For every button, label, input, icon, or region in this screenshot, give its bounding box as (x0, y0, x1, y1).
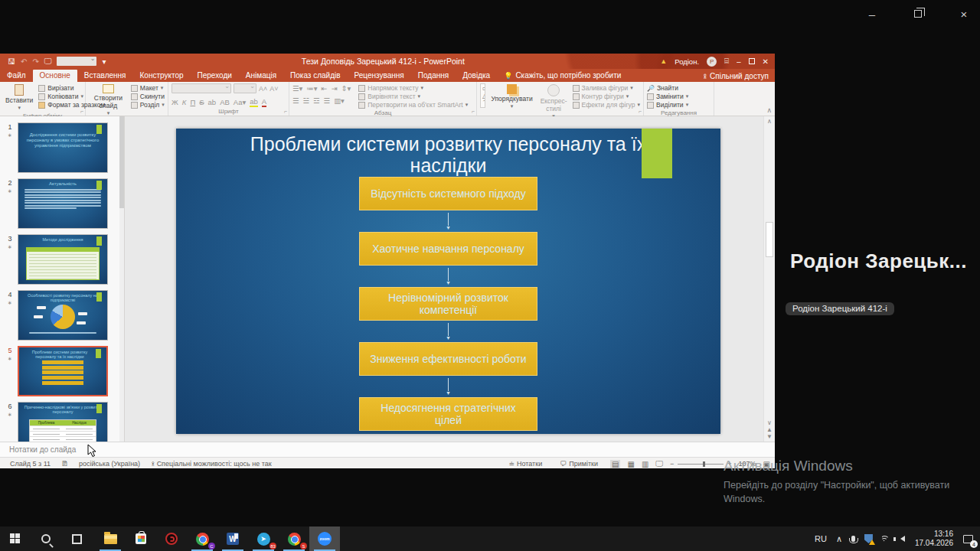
normal-view-icon[interactable]: ▤ (610, 460, 620, 468)
telegram-button[interactable]: ➤83 (248, 527, 279, 551)
share-button[interactable]: 🯅 Спільний доступ (703, 72, 769, 80)
security-shield-icon[interactable] (861, 527, 877, 551)
new-slide-button[interactable]: Створити слайд▾ (89, 83, 128, 117)
ppt-restore-icon[interactable] (749, 58, 755, 64)
ribbon-display-icon[interactable]: ⌸ (724, 57, 729, 66)
file-explorer-button[interactable] (95, 527, 126, 551)
clock[interactable]: 13:16 17.04.2026 (910, 530, 958, 548)
start-button[interactable] (0, 527, 31, 551)
flow-box-1[interactable]: Відсутність системного підходу (359, 177, 537, 210)
zoom-slider-thumb[interactable] (703, 461, 705, 467)
word-button[interactable]: W (217, 527, 248, 551)
chrome-button-2[interactable]: S (279, 527, 309, 551)
reading-view-icon[interactable]: ▥ (642, 460, 648, 468)
replace-button[interactable]: Замінити▾ (647, 93, 688, 100)
tab-view[interactable]: Подання (411, 70, 456, 82)
slide-thumb-6[interactable]: 6∗ Причинно-наслідкові зв'язки у розвитк… (5, 402, 124, 442)
notes-pane[interactable]: Нотатки до слайда (0, 442, 775, 457)
qat-combo[interactable] (57, 57, 96, 66)
shape-fill-button[interactable]: Заливка фігури▾ (573, 84, 640, 92)
proofing-icon[interactable]: 🖹 (56, 460, 74, 468)
tab-home[interactable]: Основне (33, 70, 77, 82)
layout-button[interactable]: Макет▾ (131, 84, 165, 92)
dialog-launcher-icon[interactable]: ⌐ (80, 109, 83, 114)
tray-expand-icon[interactable]: ∧ (832, 527, 846, 551)
font-size-select[interactable] (234, 83, 256, 93)
account-name[interactable]: Родіон. (675, 57, 699, 66)
dialog-launcher-icon[interactable]: ⌐ (472, 109, 475, 114)
scroll-down-icon[interactable]: ∨ (764, 419, 775, 426)
slide-panel[interactable]: 1∗ Дослідження системи розвитку персонал… (0, 116, 125, 442)
flow-box-2[interactable]: Хаотичне навчання персоналу (359, 232, 537, 266)
section-button[interactable]: Розділ▾ (131, 101, 165, 109)
tab-animations[interactable]: Анімація (239, 70, 283, 82)
align-center-icon[interactable]: ☱ (303, 96, 310, 105)
bold-icon[interactable]: Ж (172, 98, 178, 106)
tell-me-box[interactable]: 💡 Скажіть, що потрібно зробити (497, 70, 628, 82)
slide-sorter-icon[interactable]: ▦ (627, 460, 634, 468)
slide-thumb-3[interactable]: 3∗ Методи дослідження (5, 234, 124, 285)
zoom-slider[interactable]: − + (670, 460, 732, 468)
shape-effects-button[interactable]: Ефекти для фігур▾ (573, 101, 640, 109)
shapes-gallery[interactable]: ▭╲╲□○□△△ζ⇨⇩▱☆⌒∿⌇( )☆ (480, 83, 485, 108)
tab-insert[interactable]: Вставлення (77, 70, 133, 82)
minimize-button[interactable]: – (859, 5, 885, 23)
tab-design[interactable]: Конструктор (133, 70, 191, 82)
slide-thumb-4[interactable]: 4∗ Особливості розвитку персоналу на під… (5, 290, 124, 341)
justify-icon[interactable]: ☰ (324, 96, 331, 105)
underline-icon[interactable]: П (190, 98, 195, 106)
flow-box-5[interactable]: Недосягнення стратегічних цілей (359, 397, 537, 431)
language-status[interactable]: російська (Україна) (74, 460, 145, 468)
redo-icon[interactable]: ↷ (32, 57, 38, 66)
reset-button[interactable]: Скинути (131, 93, 165, 100)
slide-title[interactable]: Проблеми системи розвитку персоналу та ї… (176, 129, 720, 176)
line-spacing-icon[interactable]: ⇕▾ (341, 84, 351, 93)
numbering-icon[interactable]: ≔▾ (306, 84, 317, 93)
ppt-minimize-icon[interactable]: – (737, 57, 741, 66)
start-slideshow-icon[interactable]: 🖵 (44, 57, 52, 66)
slide-thumb-5-selected[interactable]: 5∗ Проблеми системи розвитку персоналу т… (5, 346, 124, 396)
task-view-button[interactable] (61, 527, 92, 551)
next-slide-icon[interactable]: ▼ (764, 433, 775, 440)
font-color-icon[interactable]: A (262, 97, 266, 107)
slide-thumb-1[interactable]: 1∗ Дослідження системи розвитку персонал… (5, 122, 124, 173)
highlight-icon[interactable]: ab (250, 97, 258, 107)
smartart-button[interactable]: Перетворити на об'єкт SmartArt▾ (358, 101, 468, 109)
red-app-button[interactable] (156, 527, 187, 551)
align-text-button[interactable]: Вирівняти текст▾ (358, 93, 468, 100)
shadow-icon[interactable]: ab (208, 98, 217, 106)
zoom-app-button[interactable]: zoom (309, 527, 340, 551)
restore-button[interactable] (905, 5, 931, 23)
tab-review[interactable]: Рецензування (348, 70, 411, 82)
bullets-icon[interactable]: ☰▾ (292, 84, 302, 93)
scrollbar-thumb[interactable] (766, 222, 773, 257)
search-button[interactable] (31, 527, 61, 551)
align-left-icon[interactable]: ☰ (292, 96, 299, 105)
dialog-launcher-icon[interactable]: ⌐ (639, 109, 642, 114)
panel-scrollbar[interactable] (119, 116, 124, 442)
tab-slideshow[interactable]: Показ слайдів (283, 70, 348, 82)
editor-scrollbar[interactable]: ∧ ∨ ▲ ▼ (763, 116, 775, 442)
comments-toggle[interactable]: 🗩Примітки (554, 460, 603, 468)
zoom-out-icon[interactable]: − (670, 460, 674, 468)
align-right-icon[interactable]: ☲ (313, 96, 320, 105)
char-spacing-icon[interactable]: АВ (220, 98, 230, 106)
find-button[interactable]: 🔎Знайти (647, 84, 688, 92)
change-case-icon[interactable]: Aa▾ (234, 98, 246, 106)
grow-font-icon[interactable]: A˄ (259, 85, 267, 93)
decrease-indent-icon[interactable]: ⇤ (322, 84, 328, 93)
avatar[interactable]: Р (707, 57, 717, 67)
arrange-button[interactable]: Упорядкувати▾ (488, 83, 534, 110)
wifi-icon[interactable] (878, 527, 895, 551)
close-button[interactable]: × (951, 5, 977, 23)
tab-help[interactable]: Довідка (456, 70, 497, 82)
warning-icon[interactable]: ▲ (660, 57, 667, 65)
flow-box-4[interactable]: Зниження ефективності роботи (359, 342, 537, 376)
select-button[interactable]: Виділити▾ (647, 101, 688, 109)
accessibility-status[interactable]: 🯅 Спеціальні можливості: щось не так (145, 460, 277, 468)
increase-indent-icon[interactable]: ⇥ (332, 84, 338, 93)
slideshow-icon[interactable]: 🖵 (655, 459, 663, 468)
tab-file[interactable]: Файл (0, 70, 33, 82)
text-direction-button[interactable]: Напрямок тексту▾ (358, 84, 468, 92)
save-icon[interactable]: 🖫 (8, 57, 15, 66)
